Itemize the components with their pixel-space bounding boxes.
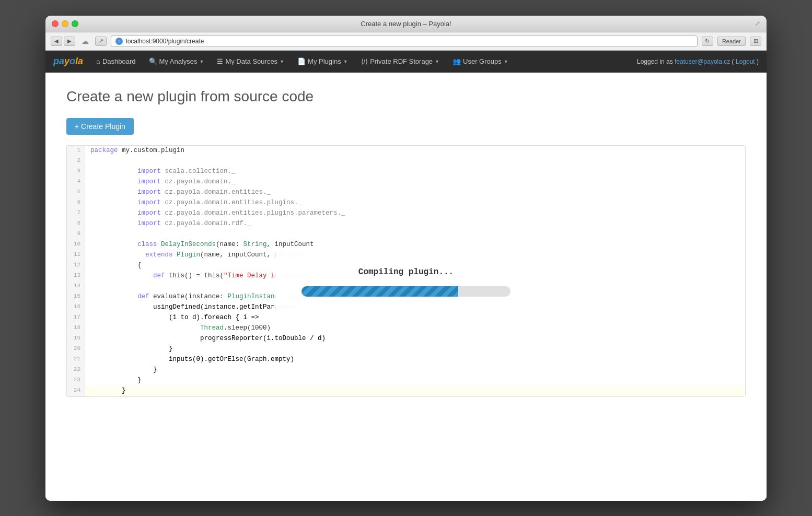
analyses-dropdown-icon: ▼ — [200, 59, 204, 64]
line-content-18: Thread.sleep(1000) — [85, 323, 745, 334]
data-sources-dropdown-icon: ▼ — [280, 59, 284, 64]
line-content-5: import cz.payola.domain.entities._ — [85, 187, 745, 198]
refresh-button[interactable]: ↻ — [702, 37, 713, 46]
line-number-13: 13 — [67, 271, 85, 282]
nav-my-plugins[interactable]: 📄 My Plugins ▼ — [292, 54, 353, 68]
resize-icon[interactable]: ⤢ — [755, 20, 760, 27]
compile-overlay: Compiling plugin... — [275, 250, 537, 312]
nav-bar: payola ⌂ Dashboard 🔍 My Analyses ▼ ☰ My … — [45, 51, 767, 73]
code-line-4: 4 import cz.payola.domain._ — [67, 177, 745, 187]
line-content-19: progressReporter(i.toDouble / d) — [85, 334, 745, 344]
progress-bar-container — [301, 286, 511, 297]
url-bar[interactable]: i localhost:9000/plugin/create — [111, 36, 698, 47]
nav-logout-link[interactable]: Logout — [736, 58, 755, 65]
line-number-23: 23 — [67, 376, 85, 386]
code-line-24: 24 } — [67, 386, 745, 396]
home-icon: ⌂ — [96, 57, 100, 65]
line-number-10: 10 — [67, 240, 85, 250]
line-number-2: 2 — [67, 156, 85, 167]
line-number-15: 15 — [67, 292, 85, 302]
line-content-20: } — [85, 344, 745, 355]
line-content-7: import cz.payola.domain.entities.plugins… — [85, 208, 745, 219]
nav-user-info: Logged in as featuser@payola.cz ( Logout… — [637, 58, 759, 65]
nav-dashboard[interactable]: ⌂ Dashboard — [91, 54, 141, 68]
reader-button[interactable]: Reader — [717, 37, 746, 46]
back-button[interactable]: ◀ — [51, 37, 62, 46]
line-number-11: 11 — [67, 250, 85, 261]
line-content-6: import cz.payola.domain.entities.plugins… — [85, 198, 745, 208]
share-button[interactable]: ↗ — [95, 37, 107, 46]
line-number-1: 1 — [67, 146, 85, 156]
forward-button[interactable]: ▶ — [64, 37, 75, 46]
code-line-9: 9 — [67, 229, 745, 240]
line-number-22: 22 — [67, 365, 85, 376]
line-number-21: 21 — [67, 355, 85, 365]
page-content: Create a new plugin from source code + C… — [45, 73, 767, 501]
nav-buttons: ◀ ▶ — [51, 37, 75, 46]
url-text: localhost:9000/plugin/create — [126, 38, 204, 45]
nav-my-data-sources[interactable]: ☰ My Data Sources ▼ — [212, 54, 289, 68]
rdf-icon: ⟨/⟩ — [361, 57, 368, 65]
line-content-4: import cz.payola.domain._ — [85, 177, 745, 187]
window-title: Create a new plugin – Payola! — [52, 20, 760, 28]
line-number-6: 6 — [67, 198, 85, 208]
cloud-icon: ☁ — [79, 37, 91, 46]
code-line-19: 19 progressReporter(i.toDouble / d) — [67, 334, 745, 344]
code-line-7: 7 import cz.payola.domain.entities.plugi… — [67, 208, 745, 219]
code-line-20: 20 } — [67, 344, 745, 355]
app-logo: payola — [53, 56, 83, 67]
code-line-22: 22 } — [67, 365, 745, 376]
plugins-icon: 📄 — [297, 57, 306, 65]
line-content-1: package my.custom.plugin — [85, 146, 745, 156]
line-content-21: inputs(0).getOrElse(Graph.empty) — [85, 355, 745, 365]
line-number-7: 7 — [67, 208, 85, 219]
minimize-button[interactable] — [62, 20, 68, 27]
progress-bar-fill — [301, 286, 458, 297]
line-content-10: class DelayInSeconds(name: String, input… — [85, 240, 745, 250]
data-sources-icon: ☰ — [217, 57, 223, 65]
maximize-button[interactable] — [72, 20, 78, 27]
title-bar: Create a new plugin – Payola! ⤢ — [45, 16, 767, 32]
line-number-18: 18 — [67, 323, 85, 334]
code-line-2: 2 — [67, 156, 745, 167]
progress-bar-striped — [301, 286, 458, 297]
code-line-8: 8 import cz.payola.domain.rdf._ — [67, 219, 745, 229]
line-content-8: import cz.payola.domain.rdf._ — [85, 219, 745, 229]
line-number-19: 19 — [67, 334, 85, 344]
line-number-17: 17 — [67, 313, 85, 323]
line-number-24: 24 — [67, 386, 85, 396]
code-line-6: 6 import cz.payola.domain.entities.plugi… — [67, 198, 745, 208]
line-number-9: 9 — [67, 229, 85, 240]
nav-user-email[interactable]: featuser@payola.cz — [675, 58, 730, 65]
create-plugin-button[interactable]: + Create Plugin — [66, 118, 134, 135]
sidebar-button[interactable]: ⊞ — [750, 37, 761, 46]
nav-my-analyses[interactable]: 🔍 My Analyses ▼ — [144, 54, 210, 68]
line-number-5: 5 — [67, 187, 85, 198]
line-content-17: (1 to d).foreach { i => — [85, 313, 745, 323]
compile-status-text: Compiling plugin... — [301, 266, 511, 278]
code-line-3: 3 import scala.collection._ — [67, 167, 745, 177]
rdf-dropdown-icon: ▼ — [435, 59, 439, 64]
line-number-12: 12 — [67, 261, 85, 271]
line-number-4: 4 — [67, 177, 85, 187]
nav-private-rdf[interactable]: ⟨/⟩ Private RDF Storage ▼ — [356, 54, 445, 68]
line-content-22: } — [85, 365, 745, 376]
code-line-18: 18 Thread.sleep(1000) — [67, 323, 745, 334]
code-line-5: 5 import cz.payola.domain.entities._ — [67, 187, 745, 198]
line-number-14: 14 — [67, 282, 85, 292]
address-bar: ◀ ▶ ☁ ↗ i localhost:9000/plugin/create ↻… — [45, 32, 767, 51]
page-title: Create a new plugin from source code — [66, 88, 746, 105]
line-content-3: import scala.collection._ — [85, 167, 745, 177]
code-editor[interactable]: 1 package my.custom.plugin 2 3 import sc… — [66, 145, 746, 397]
analyses-icon: 🔍 — [149, 57, 157, 65]
code-line-10: 10 class DelayInSeconds(name: String, in… — [67, 240, 745, 250]
app-content: payola ⌂ Dashboard 🔍 My Analyses ▼ ☰ My … — [45, 51, 767, 501]
line-content-23: } — [85, 376, 745, 386]
nav-user-groups[interactable]: 👥 User Groups ▼ — [447, 54, 514, 68]
code-line-17: 17 (1 to d).foreach { i => — [67, 313, 745, 323]
code-line-1: 1 package my.custom.plugin — [67, 146, 745, 156]
line-number-8: 8 — [67, 219, 85, 229]
line-content-24: } — [85, 386, 745, 396]
close-button[interactable] — [52, 20, 59, 27]
line-content-2 — [85, 156, 745, 167]
